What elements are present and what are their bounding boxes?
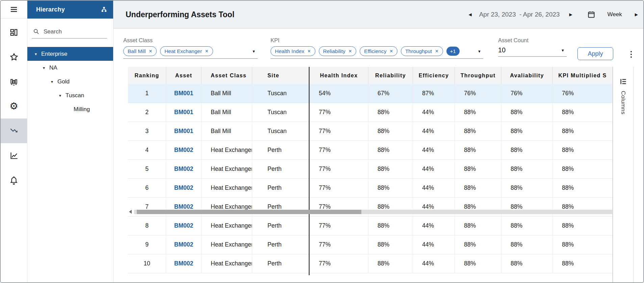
asset-link[interactable]: BM002: [174, 147, 193, 154]
asset-count-dropdown-icon[interactable]: ▼: [559, 48, 567, 53]
date-prev-icon[interactable]: ◀: [467, 11, 473, 18]
filter-chip[interactable]: Efficiency ✕: [360, 46, 397, 56]
filter-chip[interactable]: Ball Mill ✕: [123, 46, 157, 56]
column-header-label: Asset Class: [211, 73, 247, 79]
dashboard-icon: [9, 28, 18, 37]
table-row[interactable]: 6BM002Heat ExchangerPerth77%88%44%88%88%…: [128, 179, 612, 198]
chevron-down-icon[interactable]: ▾: [33, 52, 38, 56]
column-header[interactable]: Health Index: [310, 67, 368, 84]
rail-item-bar-chart[interactable]: [1, 69, 27, 94]
chip-remove-icon[interactable]: ✕: [205, 49, 208, 54]
chevron-down-icon[interactable]: ▾: [58, 93, 62, 98]
hierarchy-tree: ▾ Enterprise ▾ NA ▾ Gold ▾ Tuscan ▾ Mill…: [27, 47, 113, 116]
kpi-value-cell-text: 77%: [319, 128, 331, 135]
menu-button[interactable]: [9, 5, 18, 14]
asset-link[interactable]: BM001: [174, 128, 193, 135]
columns-panel-label: Columns: [620, 91, 626, 114]
kpi-value-cell: 44%: [413, 179, 455, 198]
kpi-value-cell: 88%: [368, 122, 413, 141]
filter-chip[interactable]: Reliability ✕: [319, 46, 357, 56]
hierarchy-tree-item[interactable]: ▾ Tuscan: [27, 88, 113, 102]
table-row[interactable]: 8BM002Heat ExchangerPerth77%88%44%88%88%…: [128, 216, 612, 235]
calendar-button[interactable]: [587, 10, 595, 19]
asset-link[interactable]: BM002: [174, 241, 193, 248]
chip-remove-icon[interactable]: ✕: [349, 49, 352, 54]
ranking-cell: 5: [128, 160, 166, 179]
rail-item-settings[interactable]: ⚙: [1, 94, 27, 119]
table-row[interactable]: 9BM002Heat ExchangerPerth77%88%44%88%88%…: [128, 235, 612, 254]
kpi-overflow-badge[interactable]: +1: [446, 47, 460, 56]
chip-remove-icon[interactable]: ✕: [149, 49, 152, 54]
hierarchy-search[interactable]: Search: [27, 19, 113, 38]
table-row[interactable]: 10BM002Heat ExchangerPerth77%88%44%88%88…: [128, 254, 612, 273]
table-row[interactable]: 4BM002Heat ExchangerPerth77%88%44%88%88%…: [128, 141, 612, 160]
chip-remove-icon[interactable]: ✕: [435, 49, 438, 54]
column-header[interactable]: Avaliability: [501, 67, 553, 84]
asset-link[interactable]: BM002: [174, 222, 193, 229]
column-header[interactable]: Ranking: [128, 67, 166, 84]
asset-class-cell: Ball Mill: [202, 122, 252, 141]
kpi-chips: Health Index ✕ Reliability ✕ Efficiency …: [271, 46, 443, 56]
kpi-dropdown-icon[interactable]: ▼: [475, 49, 483, 54]
chevron-down-icon[interactable]: ▾: [50, 79, 54, 84]
asset-cell: BM002: [166, 216, 202, 235]
kpi-value-cell-text: 76%: [562, 90, 574, 97]
rail-item-notifications[interactable]: [1, 168, 27, 192]
asset-link[interactable]: BM002: [174, 184, 193, 191]
hierarchy-tree-item[interactable]: ▾ Milling: [27, 102, 113, 116]
filter-chip[interactable]: Throughput ✕: [401, 46, 443, 56]
chip-remove-icon[interactable]: ✕: [307, 49, 311, 54]
asset-class-select[interactable]: Ball Mill ✕ Heat Exchanger ✕ ▼: [123, 46, 258, 59]
rail-item-favorites[interactable]: [1, 45, 27, 69]
asset-cell: BM001: [166, 84, 202, 103]
kpi-value-cell: 88%: [368, 160, 413, 179]
hierarchy-tree-item[interactable]: ▾ Enterprise: [27, 47, 113, 61]
filter-chip[interactable]: Heat Exchanger ✕: [160, 46, 213, 56]
asset-link[interactable]: BM002: [174, 165, 193, 173]
asset-link[interactable]: BM002: [174, 260, 193, 267]
kpi-value-cell-text: 44%: [422, 222, 434, 229]
bar-chart-icon: [9, 77, 18, 86]
column-header[interactable]: KPI Multiplied S: [553, 67, 612, 84]
rail-item-dashboard[interactable]: [1, 20, 27, 45]
column-header[interactable]: Efficiency: [413, 67, 455, 84]
column-header[interactable]: Reliability: [368, 67, 413, 84]
asset-link[interactable]: BM001: [174, 90, 193, 97]
period-next-icon[interactable]: ▶: [634, 11, 639, 18]
table-row[interactable]: 2BM001Ball MillTuscan77%88%44%88%88%88%: [128, 103, 612, 122]
rail-item-line-chart[interactable]: [1, 143, 27, 168]
apply-button[interactable]: Apply: [577, 47, 613, 60]
asset-count-select[interactable]: 10 ▼: [498, 46, 567, 57]
ranking-cell: 9: [128, 235, 166, 254]
rail-item-underperforming-assets[interactable]: [1, 119, 27, 143]
scrollbar-track[interactable]: [134, 210, 612, 214]
ranking-cell: 8: [128, 216, 166, 235]
site-cell: Tuscan: [252, 84, 309, 103]
table-row[interactable]: 3BM001Ball MillTuscan77%88%44%88%88%88%: [128, 122, 612, 141]
chip-remove-icon[interactable]: ✕: [389, 49, 393, 54]
scroll-left-icon[interactable]: [129, 210, 132, 214]
org-chart-icon[interactable]: [100, 6, 108, 14]
kpi-select[interactable]: Health Index ✕ Reliability ✕ Efficiency …: [271, 46, 483, 59]
columns-panel-toggle[interactable]: Columns: [613, 67, 634, 282]
asset-cell: BM002: [166, 235, 202, 254]
column-header[interactable]: Site: [252, 67, 309, 84]
column-header[interactable]: Asset: [166, 67, 202, 84]
column-header[interactable]: Asset Class: [202, 67, 252, 84]
filter-chip[interactable]: Health Index ✕: [271, 46, 315, 56]
period-selector[interactable]: Week: [608, 11, 622, 18]
more-options-button[interactable]: [628, 48, 635, 61]
hierarchy-tree-item[interactable]: ▾ Gold: [27, 75, 113, 88]
asset-link[interactable]: BM001: [174, 109, 193, 116]
column-header[interactable]: Throughput: [455, 67, 501, 84]
kpi-value-cell: 88%: [455, 179, 501, 198]
hierarchy-tree-item[interactable]: ▾ NA: [27, 61, 113, 75]
kpi-value-cell-text: 54%: [319, 90, 331, 97]
asset-class-dropdown-icon[interactable]: ▼: [250, 49, 258, 54]
table-row[interactable]: 1BM001Ball MillTuscan54%67%87%76%76%76%: [128, 84, 612, 103]
date-next-icon[interactable]: ▶: [568, 11, 573, 18]
scrollbar-thumb[interactable]: [137, 210, 361, 214]
kpi-value-cell: 77%: [310, 216, 368, 235]
chevron-down-icon[interactable]: ▾: [42, 66, 46, 70]
table-row[interactable]: 5BM002Heat ExchangerPerth77%88%44%88%88%…: [128, 160, 612, 179]
